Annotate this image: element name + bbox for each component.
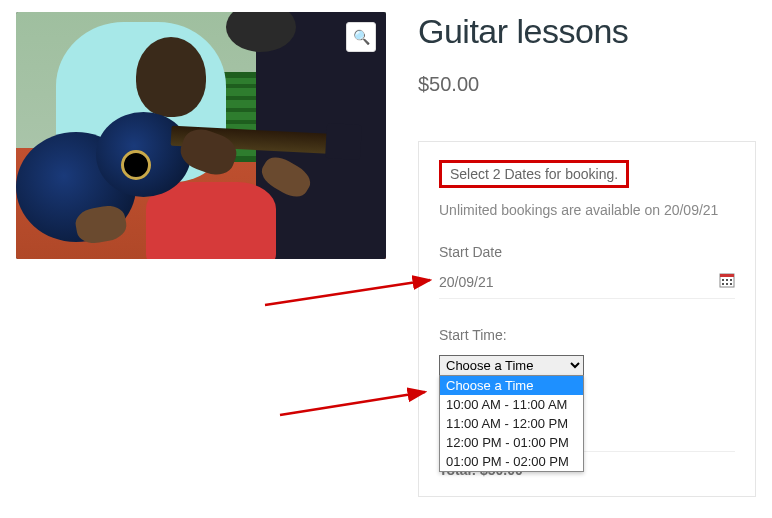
booking-notice: Select 2 Dates for booking. <box>439 160 629 188</box>
svg-rect-6 <box>726 283 728 285</box>
product-summary: Guitar lessons $50.00 Select 2 Dates for… <box>418 12 756 497</box>
start-time-select[interactable]: Choose a Time <box>439 355 584 376</box>
time-option[interactable]: 12:00 PM - 01:00 PM <box>440 433 583 452</box>
svg-rect-3 <box>726 279 728 281</box>
time-option[interactable]: 10:00 AM - 11:00 AM <box>440 395 583 414</box>
product-price: $50.00 <box>418 73 756 96</box>
calendar-icon[interactable] <box>719 272 735 292</box>
time-dropdown: Choose a Time 10:00 AM - 11:00 AM 11:00 … <box>439 375 584 472</box>
start-date-label: Start Date <box>439 244 735 260</box>
svg-rect-4 <box>730 279 732 281</box>
svg-rect-7 <box>730 283 732 285</box>
booking-form: Select 2 Dates for booking. Unlimited bo… <box>418 141 756 497</box>
product-image[interactable]: 🔍 <box>16 12 386 259</box>
svg-rect-2 <box>722 279 724 281</box>
time-option[interactable]: 11:00 AM - 12:00 PM <box>440 414 583 433</box>
zoom-icon[interactable]: 🔍 <box>346 22 376 52</box>
product-page: 🔍 Guitar lessons $50.00 Select 2 Dates f… <box>0 0 772 497</box>
product-gallery: 🔍 <box>16 12 386 497</box>
time-option-placeholder[interactable]: Choose a Time <box>440 376 583 395</box>
svg-rect-1 <box>720 274 734 277</box>
start-time-label: Start Time: <box>439 327 735 343</box>
start-date-input[interactable]: 20/09/21 <box>439 274 494 290</box>
svg-rect-5 <box>722 283 724 285</box>
availability-text: Unlimited bookings are available on 20/0… <box>439 202 735 218</box>
time-option[interactable]: 01:00 PM - 02:00 PM <box>440 452 583 471</box>
product-title: Guitar lessons <box>418 12 756 51</box>
